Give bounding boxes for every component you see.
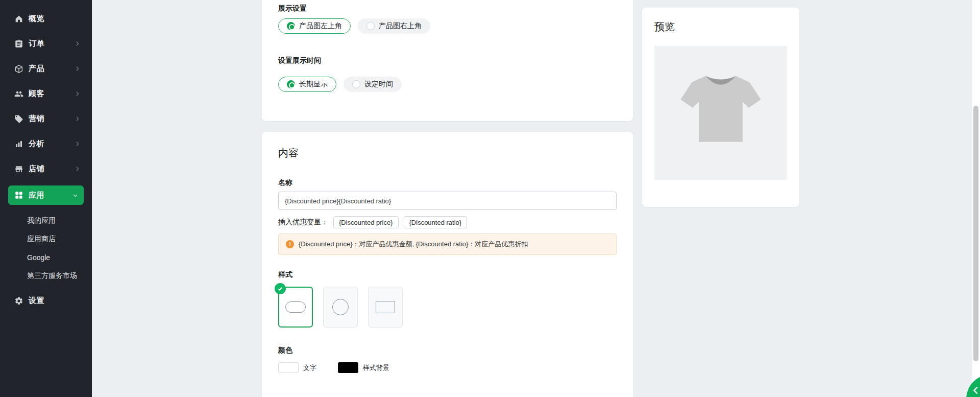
sidebar-item-analytics[interactable]: 分析 bbox=[0, 131, 92, 156]
insert-variables-row: 插入优惠变量： {Discounted price} {Discounted r… bbox=[278, 216, 617, 228]
radio-unselected-icon bbox=[352, 80, 360, 88]
tshirt-placeholder-icon bbox=[675, 74, 766, 153]
radio-product-image-top-right[interactable]: 产品图右上角 bbox=[358, 18, 430, 34]
chevron-down-icon bbox=[72, 192, 79, 199]
sidebar-item-overview[interactable]: 概览 bbox=[0, 6, 92, 31]
variable-tag-discounted-ratio[interactable]: {Discounted ratio} bbox=[404, 216, 468, 228]
chevron-right-icon bbox=[74, 90, 81, 97]
sidebar-item-label: 顾客 bbox=[29, 89, 44, 99]
style-option-circle[interactable] bbox=[323, 287, 358, 328]
analytics-icon bbox=[14, 139, 23, 149]
chevron-right-icon bbox=[74, 40, 81, 47]
insert-variables-label: 插入优惠变量： bbox=[278, 218, 328, 227]
style-label: 样式 bbox=[278, 270, 617, 279]
radio-label: 设定时间 bbox=[364, 80, 393, 89]
home-icon bbox=[14, 14, 23, 24]
sidebar-item-products[interactable]: 产品 bbox=[0, 56, 92, 81]
style-option-rectangle[interactable] bbox=[368, 287, 403, 328]
apps-submenu: 我的应用 应用商店 Google 第三方服务市场 bbox=[0, 205, 92, 285]
variables-hint-banner: ! {Discounted price}：对应产品优惠金额, {Discount… bbox=[278, 233, 617, 255]
orders-icon bbox=[14, 39, 23, 49]
products-icon bbox=[14, 64, 23, 74]
text-color-swatch[interactable] bbox=[278, 362, 299, 373]
sidebar-subitem-third-party[interactable]: 第三方服务市场 bbox=[0, 267, 92, 285]
chevron-right-icon bbox=[74, 166, 81, 172]
radio-set-time[interactable]: 设定时间 bbox=[344, 77, 402, 92]
sidebar-item-label: 订单 bbox=[29, 39, 44, 49]
sidebar-item-label: 店铺 bbox=[29, 164, 44, 174]
sidebar-item-apps[interactable]: 应用 bbox=[8, 185, 84, 205]
subitem-label: Google bbox=[27, 253, 50, 262]
display-position-radio-group: 产品图左上角 产品图右上角 bbox=[278, 18, 617, 34]
sidebar-item-marketing[interactable]: 营销 bbox=[0, 106, 92, 131]
radio-label: 长期显示 bbox=[299, 80, 328, 89]
sidebar-item-label: 分析 bbox=[29, 139, 44, 149]
sidebar-item-label: 应用 bbox=[29, 191, 44, 200]
scrollbar-thumb[interactable] bbox=[973, 106, 978, 361]
sidebar-item-label: 概览 bbox=[29, 14, 44, 24]
chevron-right-icon bbox=[74, 115, 81, 122]
radio-product-image-top-left[interactable]: 产品图左上角 bbox=[278, 18, 351, 34]
name-label: 名称 bbox=[278, 178, 617, 188]
display-time-label: 设置展示时间 bbox=[278, 56, 617, 65]
text-color-label: 文字 bbox=[303, 363, 316, 372]
sidebar-item-label: 设置 bbox=[29, 296, 44, 306]
preview-product-image bbox=[654, 46, 787, 180]
check-icon bbox=[275, 283, 286, 294]
style-background-color-swatch[interactable] bbox=[338, 362, 358, 373]
radio-label: 产品图左上角 bbox=[299, 21, 342, 31]
sidebar-item-orders[interactable]: 订单 bbox=[0, 31, 92, 56]
sidebar-subitem-google[interactable]: Google bbox=[0, 248, 92, 267]
content-card: 内容 名称 插入优惠变量： {Discounted price} {Discou… bbox=[262, 132, 633, 397]
sidebar-item-label: 营销 bbox=[29, 114, 44, 124]
radio-selected-icon bbox=[287, 22, 295, 30]
style-option-pill[interactable] bbox=[278, 287, 313, 328]
variable-tag-discounted-price[interactable]: {Discounted price} bbox=[333, 216, 399, 228]
scrollbar-track[interactable] bbox=[972, 0, 980, 397]
display-time-radio-group: 长期显示 设定时间 bbox=[278, 77, 617, 92]
sidebar: 概览 订单 产品 顾客 营销 bbox=[0, 0, 92, 397]
warning-icon: ! bbox=[286, 240, 294, 248]
chevron-right-icon bbox=[74, 141, 81, 147]
rectangle-shape bbox=[376, 301, 395, 313]
display-settings-card: 展示设置 产品图左上角 产品图右上角 设置展示时间 长期显示 设定时间 bbox=[262, 0, 633, 121]
subitem-label: 应用商店 bbox=[27, 235, 56, 244]
preview-card: 预览 bbox=[642, 8, 799, 207]
radio-selected-icon bbox=[287, 80, 295, 88]
customers-icon bbox=[14, 89, 23, 99]
sidebar-item-settings[interactable]: 设置 bbox=[0, 288, 92, 313]
radio-label: 产品图右上角 bbox=[379, 21, 422, 31]
subitem-label: 我的应用 bbox=[27, 216, 56, 225]
preview-title: 预览 bbox=[654, 20, 787, 34]
pill-shape bbox=[285, 301, 306, 313]
chevron-right-icon bbox=[74, 65, 81, 72]
sidebar-item-label: 产品 bbox=[29, 64, 44, 74]
sidebar-subitem-my-apps[interactable]: 我的应用 bbox=[0, 212, 92, 230]
color-options: 文字 样式背景 bbox=[278, 362, 617, 373]
name-input[interactable] bbox=[278, 192, 617, 210]
app-canvas: 概览 订单 产品 顾客 营销 bbox=[0, 0, 980, 397]
radio-unselected-icon bbox=[366, 22, 375, 30]
content-section-title: 内容 bbox=[278, 146, 617, 160]
marketing-icon bbox=[14, 114, 23, 124]
variables-hint-text: {Discounted price}：对应产品优惠金额, {Discounted… bbox=[299, 240, 528, 249]
display-settings-label: 展示设置 bbox=[278, 4, 617, 13]
color-label: 颜色 bbox=[278, 346, 617, 355]
store-icon bbox=[14, 165, 23, 174]
sidebar-item-store[interactable]: 店铺 bbox=[0, 156, 92, 181]
apps-icon bbox=[14, 191, 23, 200]
radio-long-term-display[interactable]: 长期显示 bbox=[278, 77, 336, 92]
style-options bbox=[278, 287, 617, 328]
sidebar-subitem-app-store[interactable]: 应用商店 bbox=[0, 230, 92, 248]
subitem-label: 第三方服务市场 bbox=[27, 271, 77, 281]
circle-shape bbox=[332, 299, 349, 315]
chevron-left-icon bbox=[970, 385, 980, 396]
sidebar-item-customers[interactable]: 顾客 bbox=[0, 81, 92, 106]
style-background-color-label: 样式背景 bbox=[363, 363, 389, 372]
gear-icon bbox=[14, 296, 23, 306]
